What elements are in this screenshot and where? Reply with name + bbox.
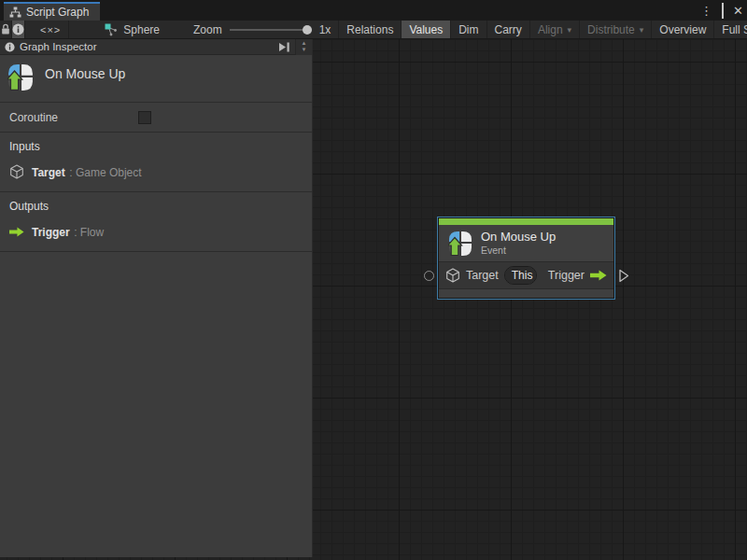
overview-button[interactable]: Overview: [652, 21, 714, 38]
node-input-port[interactable]: [424, 271, 434, 281]
node-header[interactable]: On Mouse Up Event: [439, 225, 613, 261]
node-subtitle: Event: [481, 245, 556, 257]
zoom-slider[interactable]: [230, 24, 312, 35]
coroutine-checkbox[interactable]: [138, 111, 151, 124]
carry-button[interactable]: Carry: [487, 21, 530, 38]
align-dropdown[interactable]: Align ▾: [530, 21, 580, 38]
inputs-header: Inputs: [0, 140, 312, 161]
fullscreen-button[interactable]: Full Screen: [714, 21, 747, 38]
inspector-header: Graph Inspector ▲ ▼: [0, 39, 312, 55]
tab-label: Script Graph: [26, 6, 89, 19]
maximize-icon: [722, 3, 724, 19]
tab-script-graph[interactable]: Script Graph: [4, 2, 100, 21]
dock-panel-button[interactable]: [278, 42, 290, 52]
inspected-unit-title: On Mouse Up: [45, 66, 125, 81]
node-footer: [439, 289, 613, 298]
window-close-button[interactable]: ✕: [733, 5, 743, 17]
code-icon: <×>: [40, 24, 61, 35]
dim-button[interactable]: Dim: [451, 21, 486, 38]
node-event-colorbar: [439, 218, 613, 225]
trigger-port-label: Trigger: [548, 269, 585, 282]
output-port-row: Trigger : Flow: [0, 221, 312, 242]
flow-arrow-icon: [9, 227, 24, 237]
outputs-section: Outputs Trigger : Flow: [0, 192, 312, 252]
relations-button[interactable]: Relations: [339, 21, 402, 38]
game-object-cube-icon: [445, 268, 460, 283]
window-controls: ⋮ ✕: [700, 0, 743, 21]
stepper-up-icon: ▲: [302, 40, 307, 47]
window-maximize-button[interactable]: [722, 5, 724, 17]
zoom-level-value: 1x: [319, 23, 331, 36]
graph-toolbar: <×> Sphere Zoom 1x Relations Val: [0, 21, 747, 39]
target-value: This: [505, 267, 537, 284]
graph-hierarchy-icon: [9, 7, 21, 18]
graph-inspector-panel: Graph Inspector ▲ ▼: [0, 39, 313, 557]
stepper-down-icon: ▼: [302, 47, 307, 53]
info-icon: [5, 42, 15, 52]
inputs-section: Inputs Target : Game Object: [0, 133, 312, 192]
input-port-type: : Game Object: [69, 166, 141, 179]
mouse-up-icon: [7, 63, 34, 92]
info-icon: [12, 23, 24, 35]
lock-button[interactable]: [0, 21, 12, 38]
target-port-label: Target: [466, 269, 499, 282]
chevron-down-icon: ▾: [640, 25, 644, 35]
game-object-cube-icon: [9, 164, 24, 179]
target-value-field[interactable]: This: [504, 266, 537, 285]
inspected-unit-header: On Mouse Up: [0, 55, 312, 103]
lock-icon: [0, 23, 11, 35]
zoom-label: Zoom: [193, 23, 222, 36]
zoom-control: Zoom 1x: [193, 21, 338, 38]
zoom-slider-track: [230, 29, 312, 31]
inspector-stepper[interactable]: ▲ ▼: [295, 39, 312, 55]
output-port-name: Trigger: [32, 226, 70, 239]
input-port-row: Target : Game Object: [0, 161, 312, 182]
output-port-type: : Flow: [74, 226, 104, 239]
graph-owner-button[interactable]: Sphere: [95, 21, 169, 38]
node-on-mouse-up[interactable]: On Mouse Up Event Target This: [437, 217, 615, 300]
inspector-title: Graph Inspector: [20, 41, 274, 52]
trigger-arrow-icon: [590, 270, 607, 281]
script-graph-window: Script Graph ⋮ ✕: [0, 0, 747, 560]
coroutine-row: Coroutine: [0, 103, 312, 133]
inspector-toggle-button[interactable]: [12, 21, 25, 38]
node-output-port[interactable]: [619, 269, 629, 283]
distribute-dropdown[interactable]: Distribute ▾: [580, 21, 652, 38]
script-machine-icon: [105, 23, 118, 36]
toolbar-toggle-group: Relations Values Dim Carry Align ▾ Distr…: [338, 21, 747, 38]
window-tab-bar: Script Graph ⋮ ✕: [0, 0, 747, 21]
outputs-header: Outputs: [0, 200, 312, 221]
input-port-name: Target: [32, 166, 65, 179]
node-port-row: Target This Trigger: [439, 261, 613, 289]
window-menu-button[interactable]: ⋮: [700, 5, 712, 17]
values-button[interactable]: Values: [402, 21, 451, 38]
node-title: On Mouse Up: [481, 231, 556, 245]
coroutine-label: Coroutine: [9, 111, 58, 124]
chevron-down-icon: ▾: [568, 25, 572, 35]
mouse-up-icon: [448, 231, 472, 257]
zoom-slider-thumb[interactable]: [303, 25, 312, 35]
code-preview-button[interactable]: <×>: [33, 21, 69, 38]
graph-owner-label: Sphere: [123, 23, 160, 36]
